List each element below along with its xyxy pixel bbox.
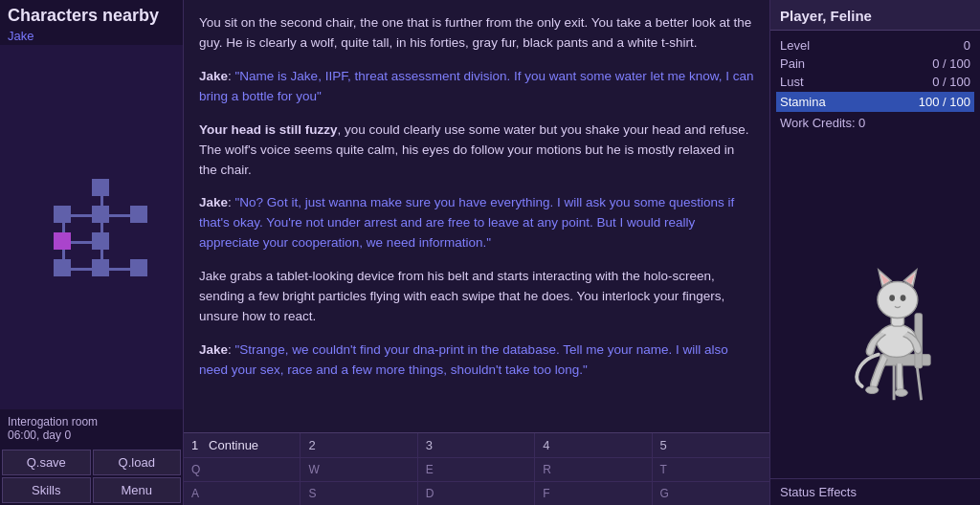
location-time: 06:00, day 0 <box>8 428 175 442</box>
map-line <box>62 223 65 232</box>
choice-bar: 1 Continue 2 3 4 5 Q W E R T A S D F G <box>184 432 769 505</box>
choice-4[interactable]: 4 <box>535 433 652 457</box>
svg-line-1 <box>916 363 921 400</box>
map-node-active <box>54 232 71 250</box>
stat-pain-value: 0 / 100 <box>932 56 970 71</box>
map-node <box>92 206 109 223</box>
story-paragraph-4: Jake: "No? Got it, just wanna make sure … <box>199 193 754 253</box>
key-q[interactable]: Q <box>184 458 301 481</box>
map-line <box>71 268 92 271</box>
choice-row-3: A S D F G <box>184 482 769 505</box>
key-a[interactable]: A <box>184 482 301 505</box>
stat-lust-value: 0 / 100 <box>932 75 970 89</box>
map-node <box>54 206 71 223</box>
map-node <box>92 259 109 276</box>
map-node <box>92 179 109 196</box>
stat-level-value: 0 <box>964 38 970 53</box>
stat-stamina-value: 100 / 100 <box>919 95 970 109</box>
key-f[interactable]: F <box>535 482 652 505</box>
svg-point-13 <box>889 295 895 301</box>
key-t[interactable]: T <box>653 458 769 481</box>
qload-button[interactable]: Q.load <box>93 450 182 475</box>
story-paragraph-5: Jake grabs a tablet-looking device from … <box>199 267 754 327</box>
choice-row-2: Q W E R T <box>184 458 769 482</box>
choice-5[interactable]: 5 <box>653 433 769 457</box>
stat-stamina-label: Stamina <box>780 95 919 109</box>
map-node <box>54 259 71 276</box>
map-line <box>71 214 92 217</box>
svg-point-14 <box>900 295 905 301</box>
npc-name-3: Jake <box>199 342 228 357</box>
stats-area: Level 0 Pain 0 / 100 Lust 0 / 100 Stamin… <box>770 31 980 139</box>
character-svg <box>813 213 938 405</box>
map-node <box>130 259 147 276</box>
stat-stamina: Stamina 100 / 100 <box>776 92 974 112</box>
story-paragraph-6: Jake: "Strange, we couldn't find your dn… <box>199 340 754 381</box>
stat-lust: Lust 0 / 100 <box>780 73 970 91</box>
stat-level: Level 0 <box>780 36 970 55</box>
choice-row-1: 1 Continue 2 3 4 5 <box>184 433 769 458</box>
svg-point-5 <box>865 385 878 393</box>
npc-dialogue-3: "Strange, we couldn't find your dna-prin… <box>199 342 728 377</box>
player-header: Player, Feline <box>770 0 980 31</box>
qsave-button[interactable]: Q.save <box>2 450 91 475</box>
status-effects-label: Status Effects <box>770 478 980 505</box>
story-paragraph-2: Jake: "Name is Jake, IIPF, threat assess… <box>199 67 754 107</box>
stat-level-label: Level <box>780 38 964 53</box>
map-area <box>0 45 183 409</box>
skills-button[interactable]: Skills <box>2 477 91 503</box>
character-art <box>770 139 980 478</box>
map-line <box>100 223 103 232</box>
stat-pain-label: Pain <box>780 56 932 71</box>
choice-continue[interactable]: 1 Continue <box>184 433 301 457</box>
bold-text: Your head is still fuzzy <box>199 122 338 137</box>
key-r[interactable]: R <box>535 458 652 481</box>
map-line <box>100 196 103 206</box>
npc-dialogue-2: "No? Got it, just wanna make sure you ha… <box>199 195 734 250</box>
key-e[interactable]: E <box>418 458 535 481</box>
center-panel: You sit on the second chair, the one tha… <box>184 0 769 505</box>
key-d[interactable]: D <box>418 482 535 505</box>
map-grid <box>34 169 149 284</box>
story-paragraph-3: Your head is still fuzzy, you could clea… <box>199 121 754 181</box>
stat-pain: Pain 0 / 100 <box>780 55 970 73</box>
choice-2[interactable]: 2 <box>301 433 417 457</box>
work-credits: Work Credits: 0 <box>780 113 970 133</box>
story-text[interactable]: You sit on the second chair, the one tha… <box>184 0 769 432</box>
jake-link[interactable]: Jake <box>8 29 175 43</box>
map-node <box>130 206 147 223</box>
map-line <box>109 268 130 271</box>
stat-lust-label: Lust <box>780 75 932 89</box>
bottom-buttons: Q.save Q.load Skills Menu <box>0 448 183 505</box>
choice-3[interactable]: 3 <box>418 433 535 457</box>
npc-dialogue: "Name is Jake, IIPF, threat assessment d… <box>199 69 754 103</box>
characters-title: Characters nearby <box>8 6 175 27</box>
map-line <box>100 250 103 259</box>
npc-name-2: Jake <box>199 195 228 209</box>
location-info: Interogation room 06:00, day 0 <box>0 409 183 448</box>
map-line <box>109 214 130 217</box>
map-line <box>71 241 92 244</box>
left-panel: Characters nearby Jake <box>0 0 184 505</box>
map-node <box>92 232 109 250</box>
right-panel: Player, Feline Level 0 Pain 0 / 100 Lust… <box>769 0 980 505</box>
npc-name: Jake <box>199 69 228 83</box>
characters-header: Characters nearby Jake <box>0 0 183 45</box>
location-name: Interogation room <box>8 415 175 428</box>
svg-point-8 <box>877 281 917 318</box>
svg-point-6 <box>895 388 907 396</box>
map-line <box>62 250 65 259</box>
key-g[interactable]: G <box>653 482 769 505</box>
key-w[interactable]: W <box>301 458 417 481</box>
story-paragraph-1: You sit on the second chair, the one tha… <box>199 13 754 54</box>
menu-button[interactable]: Menu <box>93 477 182 503</box>
key-s[interactable]: S <box>301 482 417 505</box>
